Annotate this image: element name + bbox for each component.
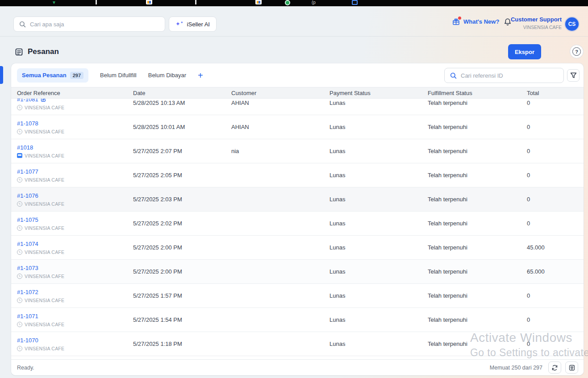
account-menu[interactable]: Customer Support VINSENSIA CAFE bbox=[511, 16, 562, 30]
store-line: ϟ VINSENSIA CAFE bbox=[17, 201, 133, 207]
payment-status: Lunas bbox=[329, 124, 428, 130]
tab-belum-difullfill[interactable]: Belum Difullfill bbox=[100, 72, 137, 79]
table-row[interactable]: #1-1081 ϟ VINSENSIA CAFE 5/28/2025 10:13… bbox=[11, 99, 584, 115]
payment-status: Lunas bbox=[329, 148, 428, 154]
browser-tab-title-fragment[interactable]: (p bbox=[312, 0, 316, 5]
orders-icon bbox=[15, 48, 23, 56]
iseller-ai-button[interactable]: ✦✦ iSeller AI bbox=[169, 17, 217, 32]
order-date: 5/27/2025 2:07 PM bbox=[133, 148, 231, 154]
order-date: 5/28/2025 10:01 AM bbox=[133, 124, 231, 130]
online-channel-icon: ϟ bbox=[17, 225, 22, 231]
edit-icon[interactable] bbox=[41, 99, 46, 102]
browser-tab-favicon[interactable] bbox=[146, 0, 152, 4]
store-name: VINSENSIA CAFE bbox=[25, 105, 64, 110]
browser-tab-favicon[interactable] bbox=[255, 0, 262, 4]
order-reference-cell: #1-1074 ϟ VINSENSIA CAFE bbox=[17, 241, 133, 255]
payment-status: Lunas bbox=[329, 316, 428, 323]
table-row[interactable]: #1-1074 ϟ VINSENSIA CAFE 5/27/2025 2:00 … bbox=[11, 236, 584, 260]
reference-search-field[interactable] bbox=[444, 68, 564, 83]
payment-status: Lunas bbox=[329, 100, 428, 106]
tab-belum-dibayar[interactable]: Belum Dibayar bbox=[148, 72, 186, 79]
browser-tab-separator bbox=[195, 0, 196, 4]
order-reference-cell: #1-1075 ϟ VINSENSIA CAFE bbox=[17, 216, 133, 231]
store-name: VINSENSIA CAFE bbox=[25, 201, 64, 207]
global-search-input[interactable] bbox=[30, 21, 159, 28]
table-row[interactable]: #1-1077 ϟ VINSENSIA CAFE 5/27/2025 2:05 … bbox=[11, 163, 584, 187]
store-name: VINSENSIA CAFE bbox=[25, 322, 64, 327]
order-reference-cell: #1-1071 ϟ VINSENSIA CAFE bbox=[17, 313, 133, 327]
table-settings-button[interactable] bbox=[565, 361, 578, 374]
table-row[interactable]: #1-1075 ϟ VINSENSIA CAFE 5/27/2025 2:02 … bbox=[11, 212, 584, 236]
sidebar-active-indicator[interactable] bbox=[0, 66, 3, 84]
order-total: 0 bbox=[527, 316, 584, 323]
fulfillment-status: Telah terpenuhi bbox=[428, 196, 527, 203]
order-reference-link[interactable]: #1-1072 bbox=[17, 289, 38, 295]
store-name: VINSENSIA CAFE bbox=[25, 153, 64, 158]
table-row[interactable]: #1-1070 ϟ VINSENSIA CAFE 5/27/2025 1:18 … bbox=[11, 332, 584, 356]
avatar-initials: CS bbox=[568, 21, 576, 27]
avatar[interactable]: CS bbox=[565, 17, 579, 31]
order-total: 0 bbox=[527, 172, 584, 179]
store-name: VINSENSIA CAFE bbox=[25, 249, 64, 255]
table-body: #1-1081 ϟ VINSENSIA CAFE 5/28/2025 10:13… bbox=[11, 99, 584, 359]
fulfillment-status: Telah terpenuhi bbox=[428, 148, 527, 154]
account-store: VINSENSIA CAFE bbox=[511, 24, 562, 30]
store-name: VINSENSIA CAFE bbox=[25, 225, 64, 231]
order-reference-link[interactable]: #1-1074 bbox=[17, 241, 38, 247]
order-customer: nia bbox=[231, 148, 329, 154]
browser-tab-favicon[interactable] bbox=[285, 0, 290, 5]
table-row[interactable]: #1-1078 ϟ VINSENSIA CAFE 5/28/2025 10:01… bbox=[11, 115, 584, 139]
order-reference-link[interactable]: #1-1081 bbox=[17, 99, 38, 103]
browser-tab-separator bbox=[96, 0, 97, 4]
order-reference-cell: #1018 ϟ VINSENSIA CAFE bbox=[17, 144, 133, 158]
help-button[interactable]: ? bbox=[570, 45, 584, 58]
order-reference-link[interactable]: #1-1076 bbox=[17, 192, 38, 199]
order-reference-link[interactable]: #1018 bbox=[17, 144, 33, 151]
account-name: Customer Support bbox=[511, 16, 562, 23]
filter-button[interactable] bbox=[567, 69, 580, 82]
order-total: 0 bbox=[527, 148, 584, 154]
export-button[interactable]: Ekspor bbox=[508, 44, 541, 59]
refresh-button[interactable] bbox=[548, 361, 561, 374]
global-search-field[interactable] bbox=[13, 17, 165, 32]
tab-semua-pesanan[interactable]: Semua Pesanan 297 bbox=[17, 68, 88, 83]
order-reference-link[interactable]: #1-1077 bbox=[17, 168, 38, 175]
order-date: 5/27/2025 2:00 PM bbox=[133, 268, 231, 275]
column-total: Total bbox=[527, 90, 584, 96]
order-reference-link[interactable]: #1-1070 bbox=[17, 337, 38, 344]
store-line: ϟ VINSENSIA CAFE bbox=[17, 249, 133, 255]
whats-new-button[interactable]: What's New? bbox=[452, 18, 499, 25]
order-date: 5/27/2025 2:05 PM bbox=[133, 172, 231, 179]
order-reference-link[interactable]: #1-1075 bbox=[17, 216, 38, 223]
payment-status: Lunas bbox=[329, 292, 428, 299]
reference-search-input[interactable] bbox=[461, 72, 558, 79]
table-row[interactable]: #1-1071 ϟ VINSENSIA CAFE 5/27/2025 1:54 … bbox=[11, 308, 584, 332]
store-line: ϟ VINSENSIA CAFE bbox=[17, 153, 133, 158]
order-reference-cell: #1-1073 ϟ VINSENSIA CAFE bbox=[17, 265, 133, 279]
order-reference-link[interactable]: #1-1073 bbox=[17, 265, 38, 271]
order-reference-link[interactable]: #1-1078 bbox=[17, 120, 38, 127]
order-date: 5/27/2025 2:03 PM bbox=[133, 196, 231, 203]
orders-card: Semua Pesanan 297 Belum Difullfill Belum… bbox=[11, 63, 584, 375]
table-row[interactable]: #1-1076 ϟ VINSENSIA CAFE 5/27/2025 2:03 … bbox=[11, 187, 584, 212]
order-customer: AHIAN bbox=[231, 124, 329, 130]
order-customer: AHIAN bbox=[231, 100, 329, 106]
online-channel-icon: ϟ bbox=[17, 177, 22, 183]
column-order-reference: Order Reference bbox=[17, 90, 133, 96]
column-payment-status: Payment Status bbox=[329, 90, 428, 96]
browser-tab-fragment-icon[interactable]: ▼ bbox=[52, 0, 56, 5]
order-date: 5/27/2025 2:02 PM bbox=[133, 220, 231, 227]
browser-tab-favicon[interactable] bbox=[352, 0, 358, 5]
add-tab-button[interactable]: + bbox=[198, 71, 203, 80]
table-row[interactable]: #1018 ϟ VINSENSIA CAFE 5/27/2025 2:07 PM… bbox=[11, 139, 584, 163]
payment-status: Lunas bbox=[329, 341, 428, 347]
sparkle-icon: ✦✦ bbox=[175, 21, 183, 27]
table-row[interactable]: #1-1073 ϟ VINSENSIA CAFE 5/27/2025 2:00 … bbox=[11, 260, 584, 284]
payment-status: Lunas bbox=[329, 196, 428, 203]
order-reference-cell: #1-1081 ϟ VINSENSIA CAFE bbox=[17, 99, 133, 110]
table-row[interactable]: #1-1072 ϟ VINSENSIA CAFE 5/27/2025 1:57 … bbox=[11, 284, 584, 308]
order-total: 0 bbox=[527, 124, 584, 130]
app-topbar: ✦✦ iSeller AI What's New? Customer Suppo… bbox=[0, 6, 588, 37]
order-reference-link[interactable]: #1-1071 bbox=[17, 313, 38, 320]
fulfillment-status: Telah terpenuhi bbox=[428, 172, 527, 179]
